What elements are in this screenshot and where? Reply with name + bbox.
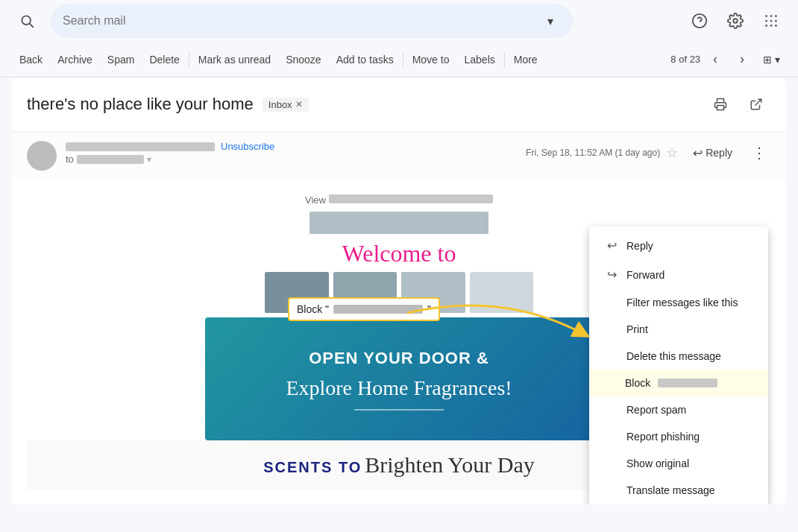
to-row: to ▾ [66,153,526,165]
open-icon-btn[interactable] [741,89,771,119]
sender-info: Unsubscribe to ▾ [66,141,526,165]
block-tooltip-text: Block " [297,303,329,315]
block-tooltip-suffix: " [427,303,431,315]
menu-item-translate[interactable]: Translate message [589,477,768,504]
svg-line-15 [755,99,761,105]
blur-img-1 [310,212,488,234]
blur-img-row [265,212,533,234]
view-link-blur [329,194,493,203]
menu-item-block-label: Block [625,377,650,389]
banner-title-1: OPEN YOUR DOOR & [220,347,578,370]
menu-item-delete-label: Delete this message [626,350,721,362]
move-to-button[interactable]: Move to [405,48,457,72]
menu-item-print-label: Print [626,323,648,335]
menu-item-filter-label: Filter messages like this [626,297,738,308]
mark-unread-button[interactable]: Mark as unread [191,48,278,72]
forward-menu-icon: ↪ [604,267,619,282]
sender-name [66,142,215,151]
nav-prev-button[interactable]: ‹ [703,48,727,72]
inbox-label: Inbox [268,99,292,110]
reply-button-header[interactable]: ↩ Reply [684,142,741,165]
context-menu: ↩ Reply ↪ Forward Filter messages like t… [589,227,768,504]
menu-item-delete[interactable]: Delete this message [589,343,768,370]
view-label: View [305,194,326,206]
avatar [27,141,57,171]
separator-2 [403,52,403,67]
help-icon [691,13,708,29]
svg-point-7 [775,15,777,17]
menu-item-forward[interactable]: ↪ Forward [589,260,768,289]
svg-point-8 [765,20,767,22]
settings-icon [727,13,744,29]
svg-point-10 [775,20,777,22]
nav-next-button[interactable]: › [730,48,754,72]
apps-icon [763,13,779,29]
top-bar: ▾ [0,0,798,42]
search-dropdown-icon[interactable]: ▾ [540,10,561,31]
view-mode-button[interactable]: ⊞ ▾ [757,51,786,69]
back-button[interactable]: Back [12,48,50,72]
scents-cursive: Brighten Your Day [365,452,535,477]
to-label: to [66,153,74,165]
menu-item-block[interactable]: Block [589,370,768,396]
welcome-text: Welcome to [342,240,456,267]
svg-point-12 [770,25,773,27]
search-input[interactable] [63,14,534,28]
spam-button[interactable]: Spam [100,48,142,72]
inbox-badge: Inbox ✕ [263,98,309,112]
help-icon-btn[interactable] [685,6,714,36]
to-expand-arrow[interactable]: ▾ [147,154,151,165]
svg-line-1 [30,24,34,28]
print-icon-btn[interactable] [706,89,735,119]
more-button[interactable]: More [506,48,545,72]
print-icon [714,98,727,111]
star-button[interactable]: ☆ [666,145,678,161]
search-icon-btn[interactable] [12,6,42,36]
color-block-4 [470,272,534,313]
menu-item-report-phishing-label: Report phishing [626,431,700,443]
menu-item-reply[interactable]: ↩ Reply [589,231,768,260]
body-top-row: View [27,194,771,206]
reply-menu-icon: ↩ [604,238,619,253]
unsubscribe-link[interactable]: Unsubscribe [221,141,274,152]
menu-item-translate-label: Translate message [626,484,715,496]
apps-icon-btn[interactable] [756,6,786,36]
nav-count-text: 8 of 23 [670,54,700,65]
email-banner: OPEN YOUR DOOR & Explore Home Fragrances… [205,317,593,440]
more-options-button[interactable]: ⋮ [747,141,771,165]
menu-item-report-spam-label: Report spam [626,404,686,416]
banner-line [354,409,444,411]
email-header: Unsubscribe to ▾ Fri, Sep 18, 11:52 AM (… [12,132,786,180]
menu-item-download[interactable]: Download message [589,504,768,504]
email-subject: there's no place like your home [27,95,254,114]
to-address [77,155,144,164]
snooze-button[interactable]: Snooze [278,48,328,72]
search-icon [19,13,34,28]
email-meta: Fri, Sep 18, 11:52 AM (1 day ago) ☆ ↩ Re… [526,141,771,165]
add-to-tasks-button[interactable]: Add to tasks [329,48,401,72]
svg-point-13 [775,25,777,27]
svg-point-4 [733,19,738,23]
menu-item-forward-label: Forward [626,269,665,281]
block-tooltip: Block " " [288,297,440,321]
menu-item-print[interactable]: Print [589,316,768,343]
email-area: there's no place like your home Inbox ✕ [12,77,786,504]
svg-point-11 [765,25,767,27]
menu-item-report-phishing[interactable]: Report phishing [589,423,768,450]
top-right-icons [685,6,786,36]
open-external-icon [750,98,763,111]
menu-item-show-original-label: Show original [626,457,689,469]
menu-item-show-original[interactable]: Show original [589,450,768,477]
inbox-badge-close[interactable]: ✕ [295,99,303,110]
archive-button[interactable]: Archive [50,48,100,72]
reply-label: Reply [706,147,732,159]
menu-item-report-spam[interactable]: Report spam [589,396,768,423]
delete-button[interactable]: Delete [142,48,186,72]
separator-1 [189,52,189,67]
menu-item-filter[interactable]: Filter messages like this [589,289,768,316]
labels-button[interactable]: Labels [456,48,502,72]
email-date: Fri, Sep 18, 11:52 AM (1 day ago) [526,148,660,158]
email-subject-row: there's no place like your home Inbox ✕ [12,77,786,132]
action-bar: Back Archive Spam Delete Mark as unread … [0,42,798,77]
settings-icon-btn[interactable] [720,6,750,36]
